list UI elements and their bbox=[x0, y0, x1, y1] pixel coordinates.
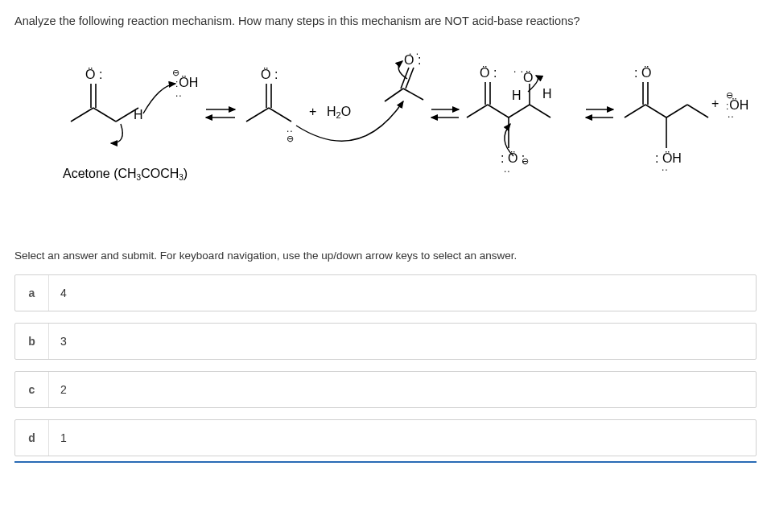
plus-1: + bbox=[309, 105, 316, 118]
svg-text:Ö: Ö bbox=[523, 71, 533, 85]
option-text: 4 bbox=[49, 275, 756, 311]
plus-2: + bbox=[711, 97, 719, 110]
svg-text:..: .. bbox=[504, 163, 511, 175]
svg-line-50 bbox=[666, 105, 687, 118]
option-d[interactable]: d 1 bbox=[14, 419, 757, 456]
option-b[interactable]: b 3 bbox=[14, 323, 757, 360]
option-text: 2 bbox=[49, 372, 756, 407]
svg-line-48 bbox=[625, 105, 645, 118]
svg-text:..: .. bbox=[662, 162, 669, 173]
svg-line-49 bbox=[645, 105, 666, 118]
svg-text:O :: O : bbox=[404, 53, 421, 67]
option-c[interactable]: c 2 bbox=[14, 371, 757, 408]
svg-text:Ö :: Ö : bbox=[85, 68, 102, 81]
svg-text:H: H bbox=[512, 89, 522, 102]
svg-line-15 bbox=[246, 108, 269, 122]
svg-line-4 bbox=[93, 108, 116, 122]
svg-line-32 bbox=[509, 105, 530, 118]
option-letter: b bbox=[15, 324, 49, 359]
svg-line-24 bbox=[403, 89, 423, 100]
svg-text:H: H bbox=[134, 108, 143, 122]
option-letter: c bbox=[15, 372, 49, 407]
svg-text:⊖: ⊖ bbox=[287, 134, 294, 143]
water-label: H2O bbox=[327, 105, 351, 120]
svg-text:Ö :: Ö : bbox=[261, 68, 278, 81]
option-letter: d bbox=[15, 420, 49, 456]
svg-text:⊖: ⊖ bbox=[522, 156, 529, 166]
svg-line-3 bbox=[71, 108, 93, 122]
option-letter: a bbox=[15, 275, 49, 311]
svg-text:..: .. bbox=[287, 123, 294, 134]
svg-text:..: .. bbox=[728, 109, 735, 120]
question-text: Analyze the following reaction mechanism… bbox=[14, 13, 757, 29]
answer-options: a 4 b 3 c 2 d 1 bbox=[14, 274, 757, 463]
svg-line-33 bbox=[530, 105, 550, 118]
mechanism-svg: .bond { stroke:#000; stroke-width:1.6; f… bbox=[31, 45, 755, 230]
svg-text:⊖: ⊖ bbox=[172, 68, 179, 77]
option-a[interactable]: a 4 bbox=[14, 274, 757, 311]
svg-line-30 bbox=[467, 105, 488, 118]
svg-text:: Ö: : Ö bbox=[634, 66, 651, 80]
acetone-label: Acetone (CH3COCH3) bbox=[63, 167, 188, 182]
svg-text:H: H bbox=[542, 87, 552, 101]
svg-text:..: .. bbox=[175, 88, 183, 99]
svg-line-21 bbox=[401, 68, 409, 89]
option-text: 3 bbox=[49, 324, 756, 359]
svg-line-16 bbox=[269, 108, 291, 122]
navigation-instruction: Select an answer and submit. For keyboar… bbox=[14, 250, 757, 262]
svg-text:. .: . . bbox=[513, 64, 524, 75]
svg-line-23 bbox=[385, 89, 403, 101]
option-text: 1 bbox=[49, 420, 756, 456]
svg-line-51 bbox=[687, 105, 708, 118]
reaction-mechanism-diagram: .bond { stroke:#000; stroke-width:1.6; f… bbox=[14, 45, 757, 230]
svg-text:Ö :: Ö : bbox=[480, 66, 497, 80]
svg-line-31 bbox=[488, 105, 509, 118]
